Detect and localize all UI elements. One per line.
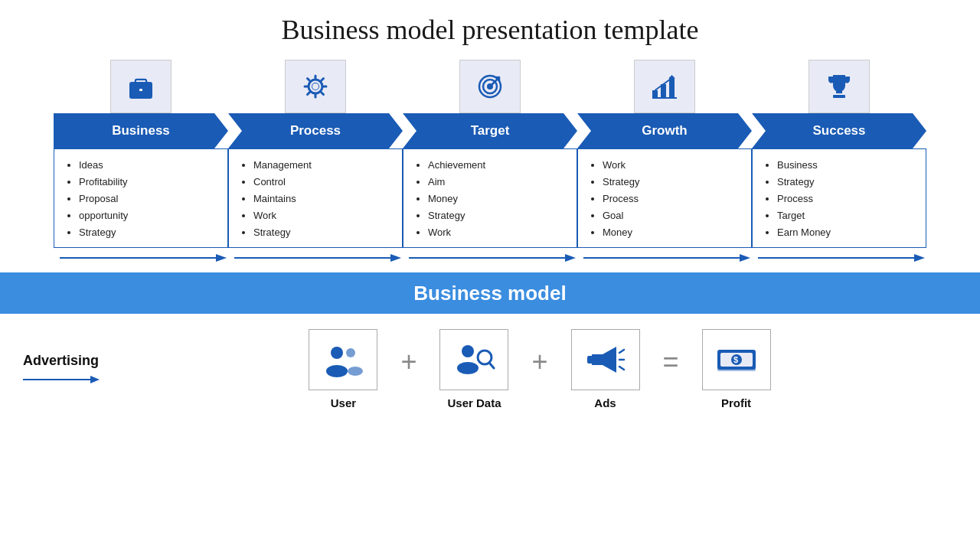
svg-rect-40 bbox=[587, 356, 593, 364]
svg-point-36 bbox=[457, 362, 479, 374]
operator-2: = bbox=[663, 346, 679, 393]
list-item: Achievement bbox=[428, 157, 567, 174]
advertising-arrow bbox=[23, 373, 100, 386]
svg-point-31 bbox=[331, 347, 343, 359]
svg-rect-18 bbox=[652, 90, 658, 98]
advertising-text: Advertising bbox=[23, 353, 99, 369]
list-item: Earn Money bbox=[777, 224, 916, 241]
list-item: opportunity bbox=[79, 207, 218, 224]
list-item: Process bbox=[603, 191, 742, 207]
list-item: Control bbox=[253, 174, 393, 191]
process-bottom-arrow bbox=[228, 251, 403, 265]
list-item: Business bbox=[777, 157, 916, 174]
column-growth: GrowthWorkStrategyProcessGoalMoney bbox=[577, 60, 752, 265]
list-item: Ideas bbox=[79, 157, 218, 174]
business-icon-box bbox=[110, 60, 172, 113]
list-item: Money bbox=[428, 191, 567, 207]
list-item: Money bbox=[603, 224, 742, 241]
profit-icon: $ bbox=[702, 329, 771, 390]
list-item: Aim bbox=[428, 174, 567, 191]
bottom-item-profit: $ Profit bbox=[687, 329, 786, 409]
list-item: Strategy bbox=[428, 207, 567, 224]
svg-line-41 bbox=[619, 350, 624, 353]
column-target: TargetAchievementAimMoneyStrategyWork bbox=[403, 60, 577, 265]
svg-rect-26 bbox=[833, 95, 845, 98]
svg-point-33 bbox=[346, 348, 355, 357]
ads-icon bbox=[571, 329, 640, 390]
svg-line-43 bbox=[619, 367, 624, 370]
growth-icon-box bbox=[634, 60, 695, 113]
svg-marker-24 bbox=[740, 254, 750, 262]
process-icon-box bbox=[285, 60, 346, 113]
growth-banner: Growth bbox=[577, 113, 752, 148]
bottom-item-user: User bbox=[293, 329, 393, 409]
top-section: BusinessIdeasProfitabilityProposalopport… bbox=[0, 60, 980, 265]
target-banner: Target bbox=[403, 113, 577, 148]
business-bottom-arrow bbox=[54, 251, 228, 265]
target-bottom-arrow bbox=[403, 251, 577, 265]
user-icon bbox=[309, 329, 377, 390]
user-data-label: User Data bbox=[447, 396, 501, 409]
svg-text:$: $ bbox=[733, 355, 738, 364]
list-item: Strategy bbox=[79, 224, 218, 241]
list-item: Process bbox=[777, 191, 916, 207]
svg-point-32 bbox=[326, 365, 348, 377]
growth-content: WorkStrategyProcessGoalMoney bbox=[577, 148, 752, 248]
user-data-icon bbox=[439, 329, 508, 390]
list-item: Maintains bbox=[253, 191, 393, 207]
growth-bottom-arrow bbox=[577, 251, 752, 265]
list-item: Strategy bbox=[777, 174, 916, 191]
svg-point-9 bbox=[312, 83, 318, 90]
bm-banner-text: Business model bbox=[413, 282, 566, 305]
ads-label: Ads bbox=[594, 396, 616, 409]
svg-point-34 bbox=[348, 367, 363, 376]
bottom-items: User+ User Data+ Ads= $ Profit bbox=[122, 329, 957, 409]
list-item: Proposal bbox=[79, 191, 218, 207]
advertising-label: Advertising bbox=[23, 353, 122, 386]
page-title: Business model presentation template bbox=[282, 14, 699, 46]
success-content: BusinessStrategyProcessTargetEarn Money bbox=[752, 148, 926, 248]
svg-rect-47 bbox=[717, 368, 756, 371]
svg-marker-11 bbox=[390, 254, 401, 262]
success-icon-box bbox=[808, 60, 870, 113]
page: Business model presentation template Bus… bbox=[0, 0, 980, 551]
svg-line-38 bbox=[489, 363, 494, 368]
user-label: User bbox=[331, 396, 356, 409]
list-item: Work bbox=[603, 157, 742, 174]
list-item: Strategy bbox=[253, 224, 393, 241]
list-item: Profitability bbox=[79, 174, 218, 191]
svg-rect-25 bbox=[836, 89, 842, 93]
operator-1: + bbox=[531, 346, 547, 393]
process-content: ManagementControlMaintainsWorkStrategy bbox=[228, 148, 403, 248]
list-item: Work bbox=[253, 207, 393, 224]
target-icon-box bbox=[459, 60, 521, 113]
svg-marker-6 bbox=[216, 254, 227, 262]
bottom-section: Advertising User+ User Data+ Ads= $ bbox=[0, 314, 980, 409]
list-item: Target bbox=[777, 207, 916, 224]
svg-marker-17 bbox=[565, 254, 576, 262]
target-content: AchievementAimMoneyStrategyWork bbox=[403, 148, 577, 248]
bottom-item-ads: Ads bbox=[556, 329, 655, 409]
bm-banner: Business model bbox=[0, 272, 980, 314]
success-banner: Success bbox=[752, 113, 926, 148]
list-item: Management bbox=[253, 157, 393, 174]
svg-point-35 bbox=[462, 345, 474, 357]
success-bottom-arrow bbox=[752, 251, 926, 265]
svg-marker-39 bbox=[592, 347, 616, 373]
profit-label: Profit bbox=[721, 396, 751, 409]
column-business: BusinessIdeasProfitabilityProposalopport… bbox=[54, 60, 228, 265]
list-item: Strategy bbox=[603, 174, 742, 191]
operator-0: + bbox=[400, 346, 416, 393]
svg-marker-30 bbox=[90, 376, 100, 383]
list-item: Work bbox=[428, 224, 567, 241]
business-banner: Business bbox=[54, 113, 228, 148]
process-banner: Process bbox=[228, 113, 403, 148]
list-item: Goal bbox=[603, 207, 742, 224]
column-process: ProcessManagementControlMaintainsWorkStr… bbox=[228, 60, 403, 265]
svg-marker-28 bbox=[914, 254, 925, 262]
svg-rect-3 bbox=[139, 89, 142, 91]
bottom-item-user-data: User Data bbox=[424, 329, 524, 409]
business-content: IdeasProfitabilityProposalopportunityStr… bbox=[54, 148, 228, 248]
column-success: SuccessBusinessStrategyProcessTargetEarn… bbox=[752, 60, 926, 265]
